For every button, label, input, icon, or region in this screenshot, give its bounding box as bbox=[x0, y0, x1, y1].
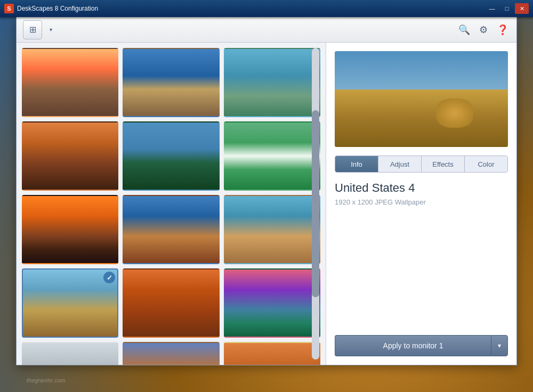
gallery-item-lake[interactable] bbox=[224, 268, 320, 338]
settings-icon-button[interactable]: ⚙ bbox=[476, 22, 491, 37]
close-button[interactable]: ✕ bbox=[515, 3, 529, 14]
wallpaper-info: 1920 x 1200 JPEG Wallpaper bbox=[335, 198, 508, 206]
maximize-button[interactable]: □ bbox=[500, 3, 514, 14]
minimize-button[interactable]: — bbox=[485, 3, 499, 14]
scrollbar-thumb[interactable] bbox=[312, 110, 319, 297]
view-mode-dropdown[interactable]: ▾ bbox=[46, 20, 55, 39]
preview-haybale-object bbox=[436, 99, 473, 128]
gallery-item-castle[interactable] bbox=[123, 121, 219, 191]
tab-adjust[interactable]: Adjust bbox=[378, 156, 422, 172]
gallery-item-arch2[interactable] bbox=[123, 342, 219, 365]
gallery-item-haystack[interactable] bbox=[224, 195, 320, 264]
search-icon-button[interactable]: 🔍 bbox=[457, 22, 472, 37]
gallery-item-stonehenge[interactable] bbox=[22, 48, 118, 117]
view-mode-button[interactable]: ⊞ bbox=[23, 20, 42, 39]
gallery-item-boats[interactable] bbox=[224, 48, 320, 117]
preview-land bbox=[335, 89, 508, 147]
gallery-item-sunset[interactable] bbox=[224, 342, 320, 365]
gallery-item-london[interactable] bbox=[123, 48, 219, 117]
toolbar-right: 🔍 ⚙ ❓ bbox=[457, 22, 510, 37]
tab-info[interactable]: Info bbox=[335, 156, 378, 172]
main-window: ⊞ ▾ 🔍 ⚙ ❓ ✓ bbox=[16, 17, 517, 365]
app-title-group: S DeskScapes 8 Configuration bbox=[4, 4, 98, 13]
toolbar: ⊞ ▾ 🔍 ⚙ ❓ bbox=[17, 17, 516, 43]
gallery-item-lighthouse[interactable] bbox=[123, 195, 219, 264]
apply-to-monitor-button[interactable]: Apply to monitor 1 bbox=[335, 335, 491, 356]
detail-panel: Info Adjust Effects Color United States … bbox=[326, 43, 516, 365]
gallery-item-haybale[interactable]: ✓ bbox=[22, 268, 118, 338]
apply-row: Apply to monitor 1 ▾ bbox=[335, 335, 508, 356]
gallery-item-cliffs[interactable] bbox=[224, 121, 320, 191]
tab-color[interactable]: Color bbox=[465, 156, 507, 172]
selected-checkmark: ✓ bbox=[103, 272, 115, 283]
gallery-panel: ✓ bbox=[17, 43, 326, 365]
detail-tabs: Info Adjust Effects Color bbox=[335, 156, 508, 173]
app-icon: S bbox=[4, 4, 14, 13]
window-title: DeskScapes 8 Configuration bbox=[17, 5, 98, 12]
apply-dropdown-button[interactable]: ▾ bbox=[491, 335, 508, 356]
window-controls: — □ ✕ bbox=[485, 3, 529, 14]
gallery-item-desert[interactable] bbox=[22, 121, 118, 191]
content-area: ✓ Info Adjust Effects bbox=[17, 43, 516, 365]
tab-effects[interactable]: Effects bbox=[422, 156, 465, 172]
gallery-scrollbar[interactable] bbox=[312, 48, 319, 360]
gallery-item-mountains[interactable] bbox=[22, 195, 118, 264]
wallpaper-name: United States 4 bbox=[335, 181, 508, 195]
preview-sky bbox=[335, 51, 508, 94]
gallery-item-arch[interactable] bbox=[123, 268, 219, 338]
help-icon-button[interactable]: ❓ bbox=[495, 22, 510, 37]
title-bar: S DeskScapes 8 Configuration — □ ✕ bbox=[0, 0, 533, 17]
preview-image bbox=[335, 51, 508, 147]
watermark: thegranite.com bbox=[27, 377, 66, 383]
gallery-item-fog[interactable] bbox=[22, 342, 118, 365]
